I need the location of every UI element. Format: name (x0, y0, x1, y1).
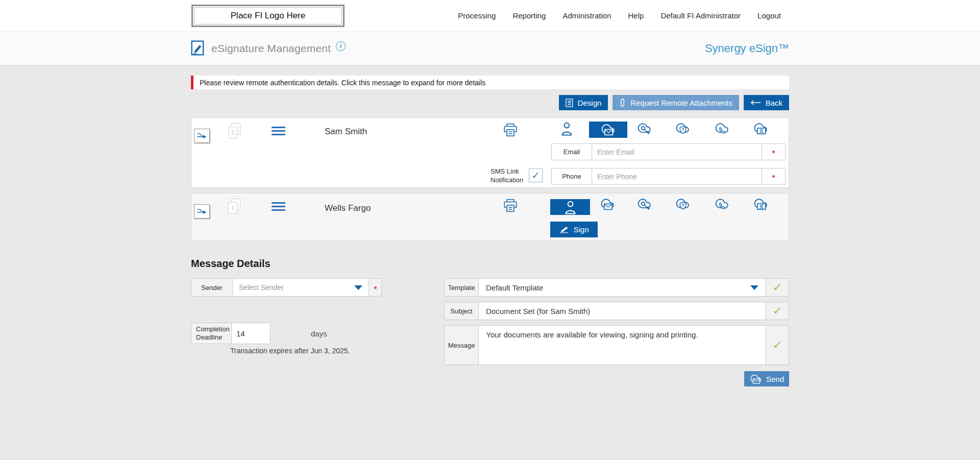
document-count-icon[interactable]: 1 (228, 199, 240, 214)
template-select[interactable]: Default Template (478, 279, 766, 296)
fi-logo-text: Place FI Logo Here (194, 7, 342, 25)
page-header: eSignature Management i Synergy eSign™ (0, 32, 980, 65)
send-button-label: Send (766, 375, 784, 383)
completion-deadline-input[interactable] (231, 323, 270, 344)
required-dot-icon (772, 175, 775, 178)
delivery-security-question-icon[interactable]: ? (675, 197, 691, 211)
delivery-inperson-icon[interactable] (560, 122, 573, 136)
back-button-label: Back (766, 99, 782, 107)
completion-label-line2: Deadline (196, 333, 231, 342)
send-button[interactable]: Send (744, 371, 789, 386)
email-field-row: Email (551, 143, 786, 160)
top-nav: Processing Reporting Administration Help… (458, 0, 781, 31)
sender-select[interactable]: Select Sender (232, 279, 369, 296)
info-icon[interactable]: i (336, 41, 346, 51)
subject-label: Subject (445, 302, 478, 320)
checkbox-check-icon: ✓ (532, 170, 540, 181)
subject-valid-cell: ✓ (766, 302, 789, 320)
template-label: Template (445, 279, 478, 296)
delivery-sms-icon[interactable] (714, 122, 730, 136)
fi-logo-placeholder[interactable]: Place FI Logo Here (191, 5, 345, 27)
subject-field-row: Subject Document Set (for Sam Smith) ✓ (444, 302, 789, 320)
template-valid-cell: ✓ (766, 279, 789, 296)
print-icon[interactable] (503, 198, 518, 213)
sign-button-label: Sign (573, 225, 589, 234)
brand-name: Synergy eSign™ (705, 42, 789, 55)
route-merge-icon (197, 208, 207, 215)
delivery-remote-email-selected[interactable] (589, 122, 627, 138)
delivery-security-question-icon[interactable]: ? (675, 122, 691, 136)
request-remote-attachments-button[interactable]: Request Remote Attachments (612, 95, 739, 110)
signer-name: Sam Smith (325, 127, 367, 137)
delivery-inperson-selected[interactable] (550, 199, 590, 215)
document-count-icon[interactable]: 1 (228, 123, 240, 138)
nav-help[interactable]: Help (628, 11, 644, 20)
nav-administration[interactable]: Administration (562, 11, 611, 20)
person-icon (564, 200, 577, 214)
cloud-send-icon (749, 373, 763, 385)
document-count: 1 (231, 205, 234, 211)
delivery-remote-email-icon[interactable] (600, 197, 616, 211)
phone-input[interactable] (592, 168, 762, 184)
subject-input[interactable]: Document Set (for Sam Smith) (478, 302, 766, 320)
sender-placeholder: Select Sender (239, 283, 284, 292)
check-icon: ✓ (772, 338, 782, 352)
design-icon (566, 99, 573, 107)
route-merge-icon (197, 132, 207, 139)
nav-processing[interactable]: Processing (458, 11, 496, 20)
days-unit-label: days (311, 329, 327, 338)
esignature-doc-icon (191, 40, 205, 57)
top-bar: Place FI Logo Here Processing Reporting … (0, 0, 980, 32)
sms-link-notification-label: SMS Link Notification (491, 167, 526, 184)
required-dot-icon (772, 151, 775, 153)
routing-order-button[interactable] (194, 204, 210, 219)
svg-text:?: ? (681, 203, 684, 208)
nav-reporting[interactable]: Reporting (512, 11, 546, 20)
sender-required-cell (369, 279, 381, 296)
print-icon[interactable] (503, 123, 518, 138)
delivery-access-code-icon[interactable] (636, 197, 652, 211)
drag-handle-icon[interactable] (272, 127, 285, 137)
routing-order-button[interactable] (194, 129, 210, 143)
back-button[interactable]: Back (744, 95, 789, 110)
check-icon: ✓ (772, 304, 782, 318)
signer-row: 1 Sam Smith ? (191, 117, 789, 188)
delivery-access-code-icon[interactable] (636, 122, 652, 136)
delivery-kba-icon[interactable] (753, 122, 769, 136)
email-label: Email (552, 144, 592, 160)
sender-field-row: Sender Select Sender (191, 278, 382, 297)
nav-logout[interactable]: Logout (757, 11, 781, 20)
sms-label-line1: SMS Link (491, 167, 526, 176)
phone-required-cell (762, 168, 785, 184)
message-details-heading: Message Details (191, 258, 789, 270)
template-value: Default Template (486, 283, 543, 292)
svg-text:?: ? (681, 127, 684, 132)
document-count: 1 (231, 130, 234, 135)
message-field-row: Message Your documents are available for… (444, 325, 789, 365)
sms-label-line2: Notification (491, 176, 526, 184)
signer-name: Wells Fargo (325, 203, 371, 213)
alert-text: Please review remote authentication deta… (200, 79, 485, 87)
template-field-row: Template Default Template ✓ (444, 278, 789, 297)
drag-handle-icon[interactable] (272, 202, 285, 213)
sign-pen-icon (559, 226, 569, 233)
nav-current-user[interactable]: Default FI Administrator (660, 11, 741, 20)
completion-label-line1: Completion (196, 325, 231, 333)
back-arrow-icon (750, 100, 761, 106)
sign-button[interactable]: Sign (550, 222, 598, 237)
message-textarea[interactable]: Your documents are available for viewing… (478, 326, 766, 365)
email-required-cell (762, 144, 785, 160)
sms-link-notification-checkbox[interactable]: ✓ (529, 168, 543, 182)
delivery-kba-icon[interactable] (753, 197, 769, 211)
design-button[interactable]: Design (559, 95, 608, 110)
phone-field-row: Phone (551, 168, 786, 185)
delivery-sms-icon[interactable] (714, 197, 730, 211)
chevron-down-icon (750, 285, 758, 290)
toolbar: Design Request Remote Attachments Back (191, 95, 789, 110)
email-input[interactable] (592, 144, 762, 160)
check-icon: ✓ (772, 281, 782, 294)
signer-row: 1 Wells Fargo ? (191, 193, 789, 241)
design-button-label: Design (578, 99, 602, 107)
message-valid-cell: ✓ (766, 326, 789, 365)
alert-banner[interactable]: Please review remote authentication deta… (191, 76, 789, 89)
